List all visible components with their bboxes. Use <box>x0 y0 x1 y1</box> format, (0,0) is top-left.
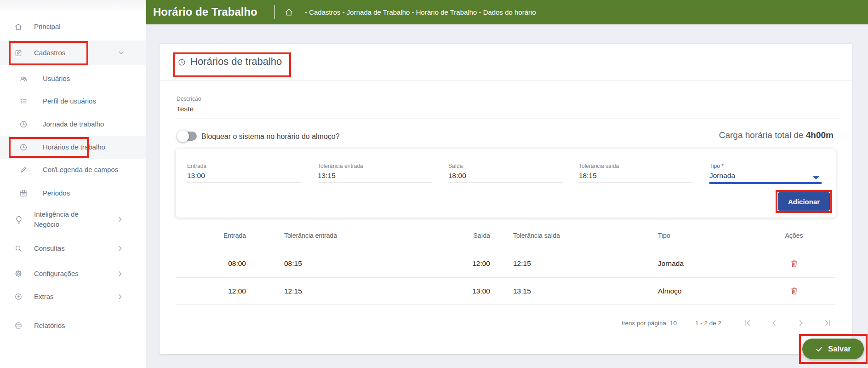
card-header-divider <box>160 80 852 81</box>
sidebar-item-extras[interactable]: Extras <box>0 284 146 309</box>
field-value[interactable]: Jornada <box>709 172 735 180</box>
cell-tolerancia-entrada: 12:15 <box>284 287 302 295</box>
description-input[interactable]: Teste <box>177 105 194 113</box>
save-button[interactable]: Salvar <box>802 339 864 359</box>
plus-icon <box>14 293 23 301</box>
sidebar-item-inteligencia-de-negocio[interactable]: Inteligência de Negócio <box>0 205 146 234</box>
sidebar-item-relatorios[interactable]: Relatórios <box>0 312 146 339</box>
lunch-block-toggle[interactable] <box>177 132 197 141</box>
field-label: Tipo * <box>709 163 724 169</box>
chevron-down-icon <box>119 52 124 55</box>
field-sa-da[interactable]: Saída18:00 <box>448 149 563 218</box>
field-underline <box>187 183 302 183</box>
items-per-page-value[interactable]: 10 <box>670 320 677 327</box>
sidebar-item-usuarios[interactable]: Usuários <box>0 67 146 90</box>
previous-page-button[interactable] <box>761 314 788 332</box>
delete-row-button[interactable] <box>790 287 799 295</box>
sidebar-item-label: Extras <box>34 292 54 302</box>
field-underline <box>709 182 822 184</box>
cell-tolerancia-saida: 13:15 <box>513 287 531 295</box>
field-underline <box>579 183 693 183</box>
card-section-title: Horários de trabalho <box>190 56 282 68</box>
top-header: Horário de Trabalho - Cadastros - Jornad… <box>146 0 868 24</box>
field-value[interactable]: 18:15 <box>579 172 597 180</box>
header-divider <box>274 5 275 19</box>
paginator-range: 1 - 2 de 2 <box>695 320 721 327</box>
items-per-page-label: Itens por página <box>622 320 666 327</box>
sidebar-item-label: Principal <box>34 22 61 32</box>
dropdown-caret-icon[interactable] <box>812 176 820 179</box>
sidebar-item-horarios-de-trabalho[interactable]: Horários de trabalho <box>0 136 146 159</box>
sidebar-item-principal[interactable]: Principal <box>0 15 146 38</box>
breadcrumb: - Cadastros - Jornada de Trabalho - Horá… <box>305 8 536 16</box>
column-header: Saída <box>473 232 490 239</box>
delete-row-button[interactable] <box>790 259 799 268</box>
table-row: 12:0012:1513:0013:15Almoço <box>176 278 835 305</box>
pen-icon <box>19 166 28 174</box>
field-toler-ncia-entrada[interactable]: Tolerância entrada13:15 <box>318 149 432 218</box>
chevron-right-icon <box>119 294 122 299</box>
chevron-right-icon <box>119 271 122 276</box>
users-icon <box>19 75 28 83</box>
column-header: Entrada <box>223 232 246 239</box>
sidebar: PrincipalCadastrosUsuáriosPerfil de usuá… <box>0 0 146 368</box>
column-header: Tolerância saída <box>513 232 560 239</box>
sidebar-item-cor-legenda-de-campos[interactable]: Cor/Legenda de campos <box>0 158 146 181</box>
page-title: Horário de Trabalho <box>153 6 257 18</box>
save-button-label: Salvar <box>828 345 851 353</box>
column-header: Tolerância entrada <box>284 232 337 239</box>
sidebar-item-label: Relatórios <box>34 321 65 331</box>
first-page-button[interactable] <box>734 314 761 332</box>
lunch-block-toggle-label: Bloquear o sistema no horário do almoço? <box>201 132 340 141</box>
field-label: Tolerância entrada <box>318 163 363 169</box>
search-icon <box>14 244 23 253</box>
field-value[interactable]: 13:00 <box>187 172 205 180</box>
cell-tolerancia-saida: 12:15 <box>513 259 531 268</box>
times-table: EntradaTolerância entradaSaídaTolerância… <box>176 221 835 305</box>
cell-tipo: Jornada <box>658 259 684 268</box>
field-label: Saída <box>448 163 463 169</box>
add-button[interactable]: Adicionar <box>778 192 830 211</box>
home-icon <box>14 23 23 31</box>
sidebar-item-label: Periodos <box>43 188 70 198</box>
clock-icon <box>19 143 28 151</box>
sidebar-item-configuracoes[interactable]: Configurações <box>0 261 146 286</box>
next-page-button[interactable] <box>788 314 814 332</box>
field-underline <box>448 183 563 183</box>
chevron-right-icon <box>119 217 122 222</box>
checklist-icon <box>19 97 28 105</box>
edit-icon <box>14 49 23 57</box>
field-value[interactable]: 18:00 <box>448 172 466 180</box>
workload-value: 4h00m <box>806 130 834 140</box>
workload-total: Carga horária total de 4h00m <box>719 130 834 140</box>
field-entrada[interactable]: Entrada13:00 <box>187 149 302 218</box>
last-page-button[interactable] <box>814 314 841 332</box>
toggle-thumb <box>177 130 189 142</box>
table-header-row: EntradaTolerância entradaSaídaTolerância… <box>176 221 835 250</box>
sidebar-item-cadastros[interactable]: Cadastros <box>0 40 146 65</box>
cell-tipo: Almoço <box>658 287 682 295</box>
sidebar-item-label: Configurações <box>34 269 79 279</box>
time-entry-form: Tipo *JornadaTolerância saída18:15Saída1… <box>176 149 836 218</box>
sidebar-item-perfil-de-usuarios[interactable]: Perfil de usuários <box>0 90 146 113</box>
field-toler-ncia-sa-da[interactable]: Tolerância saída18:15 <box>579 149 693 218</box>
calendar-icon <box>19 189 28 197</box>
table-row: 08:0008:1512:0012:15Jornada <box>176 250 835 278</box>
sidebar-item-periodos[interactable]: Periodos <box>0 182 146 205</box>
sidebar-item-label: Inteligência de Negócio <box>34 209 103 230</box>
cell-entrada: 08:00 <box>228 259 246 268</box>
sidebar-item-jornada-de-trabalho[interactable]: Jornada de trabalho <box>0 113 146 136</box>
bulb-icon <box>14 215 23 224</box>
cell-entrada: 12:00 <box>228 287 246 295</box>
sidebar-item-label: Consultas <box>34 243 65 253</box>
printer-icon <box>14 322 23 330</box>
cell-saida: 12:00 <box>472 259 490 268</box>
clock-icon <box>178 58 186 66</box>
field-value[interactable]: 13:15 <box>318 172 336 180</box>
workload-prefix: Carga horária total de <box>719 130 806 140</box>
home-icon[interactable] <box>285 8 293 17</box>
sidebar-item-consultas[interactable]: Consultas <box>0 236 146 261</box>
field-label: Entrada <box>187 163 206 169</box>
content-card: Horários de trabalho Descrição Teste Blo… <box>160 44 852 354</box>
description-label: Descrição <box>177 96 201 102</box>
